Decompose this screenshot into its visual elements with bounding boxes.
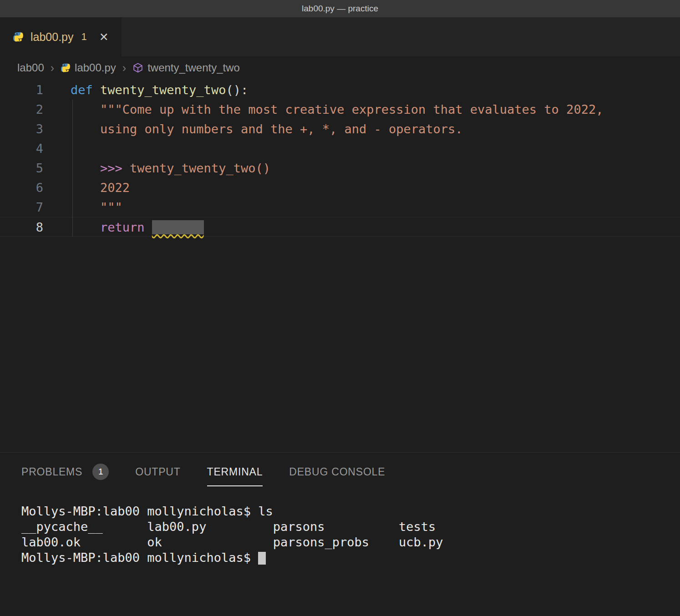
- panel-tab-problems[interactable]: PROBLEMS 1: [21, 464, 109, 480]
- code-line[interactable]: 1def twenty_twenty_two():: [0, 80, 680, 100]
- terminal-line: Mollys-MBP:lab00 mollynicholas$: [21, 550, 680, 566]
- editor-lines: 1def twenty_twenty_two():2 """Come up wi…: [0, 80, 680, 237]
- bottom-panel: PROBLEMS 1 OUTPUT TERMINAL DEBUG CONSOLE…: [0, 452, 680, 616]
- line-number: 8: [0, 217, 43, 236]
- code-text: """Come up with the most creative expres…: [43, 100, 603, 119]
- breadcrumb-item-lab00py[interactable]: lab00.py: [61, 61, 116, 74]
- selection-warning: [152, 220, 204, 234]
- breadcrumb-label: lab00.py: [75, 61, 116, 74]
- code-token: 2022: [100, 181, 130, 195]
- line-number: 1: [0, 80, 43, 100]
- code-token: [93, 83, 100, 97]
- code-token: [145, 220, 152, 234]
- code-token: """: [100, 200, 122, 214]
- vscode-window: lab00.py — practice lab00.py 1 ✕ lab00 ›: [0, 0, 680, 616]
- python-icon: [13, 31, 24, 42]
- code-text: return: [43, 217, 204, 236]
- problems-count-badge: 1: [92, 464, 109, 480]
- panel-tab-debug-console[interactable]: DEBUG CONSOLE: [289, 466, 385, 478]
- tab-lab00py[interactable]: lab00.py 1 ✕: [0, 17, 122, 56]
- code-token: [71, 122, 100, 136]
- code-text: def twenty_twenty_two():: [43, 80, 248, 100]
- code-token: using only numbers and the +, *, and - o…: [100, 122, 463, 136]
- code-token: twenty_twenty_two: [100, 83, 226, 97]
- code-editor[interactable]: 1def twenty_twenty_two():2 """Come up wi…: [0, 79, 680, 452]
- tab-label: lab00.py: [30, 30, 74, 44]
- tab-bar: lab00.py 1 ✕: [0, 17, 680, 56]
- code-text: 2022: [43, 178, 130, 197]
- code-line[interactable]: 3 using only numbers and the +, *, and -…: [0, 119, 680, 139]
- line-number: 5: [0, 158, 43, 178]
- code-token: """Come up with the most creative expres…: [100, 102, 603, 116]
- code-token: [71, 181, 100, 195]
- code-text: >>> twenty_twenty_two(): [43, 158, 270, 178]
- terminal-cursor: [258, 552, 266, 565]
- python-icon: [61, 63, 71, 73]
- terminal-line: Mollys-MBP:lab00 mollynicholas$ ls: [21, 504, 680, 519]
- breadcrumb-label: lab00: [17, 61, 44, 74]
- panel-tab-label: TERMINAL: [207, 466, 263, 486]
- code-line[interactable]: 4: [0, 139, 680, 158]
- code-line[interactable]: 7 """: [0, 197, 680, 217]
- breadcrumb-item-lab00[interactable]: lab00: [17, 61, 44, 74]
- line-number: 7: [0, 197, 43, 217]
- panel-tab-label: DEBUG CONSOLE: [289, 466, 385, 486]
- line-number: 4: [0, 139, 43, 158]
- indent-guide: [72, 100, 73, 237]
- close-icon[interactable]: ✕: [99, 30, 109, 44]
- code-line[interactable]: 5 >>> twenty_twenty_two(): [0, 158, 680, 178]
- line-number: 6: [0, 178, 43, 197]
- panel-tab-bar: PROBLEMS 1 OUTPUT TERMINAL DEBUG CONSOLE: [0, 453, 680, 491]
- code-line[interactable]: 2 """Come up with the most creative expr…: [0, 100, 680, 119]
- breadcrumb-item-symbol[interactable]: twenty_twenty_two: [132, 61, 240, 74]
- code-token: def: [71, 83, 93, 97]
- code-token: ():: [226, 83, 248, 97]
- breadcrumb-label: twenty_twenty_two: [147, 61, 240, 74]
- code-text: [43, 139, 71, 158]
- chevron-right-icon: ›: [122, 61, 126, 75]
- code-token: [71, 161, 100, 175]
- line-number: 2: [0, 100, 43, 119]
- terminal[interactable]: Mollys-MBP:lab00 mollynicholas$ ls__pyca…: [0, 491, 680, 566]
- tab-problem-count: 1: [81, 31, 87, 43]
- title-bar: lab00.py — practice: [0, 0, 680, 17]
- panel-tab-output[interactable]: OUTPUT: [135, 466, 180, 478]
- code-line[interactable]: 6 2022: [0, 178, 680, 197]
- code-token: >>>: [100, 161, 122, 175]
- terminal-line: lab00.ok ok parsons_probs ucb.py: [21, 535, 680, 550]
- code-token: [71, 102, 100, 116]
- code-token: return: [100, 220, 145, 234]
- code-line[interactable]: 8 return: [0, 217, 680, 237]
- code-token: [71, 220, 100, 234]
- chevron-right-icon: ›: [51, 61, 54, 75]
- code-text: """: [43, 197, 122, 217]
- breadcrumb: lab00 › lab00.py › twenty_twenty_two: [0, 56, 680, 79]
- window-title: lab00.py — practice: [302, 4, 378, 14]
- code-text: using only numbers and the +, *, and - o…: [43, 119, 463, 139]
- panel-tab-label: PROBLEMS: [21, 466, 82, 486]
- code-token: twenty_twenty_two(): [122, 161, 270, 175]
- line-number: 3: [0, 119, 43, 139]
- panel-tab-terminal[interactable]: TERMINAL: [207, 466, 263, 478]
- terminal-line: __pycache__ lab00.py parsons tests: [21, 519, 680, 535]
- symbol-namespace-icon: [132, 62, 143, 73]
- code-token: [71, 200, 100, 214]
- panel-tab-label: OUTPUT: [135, 466, 180, 486]
